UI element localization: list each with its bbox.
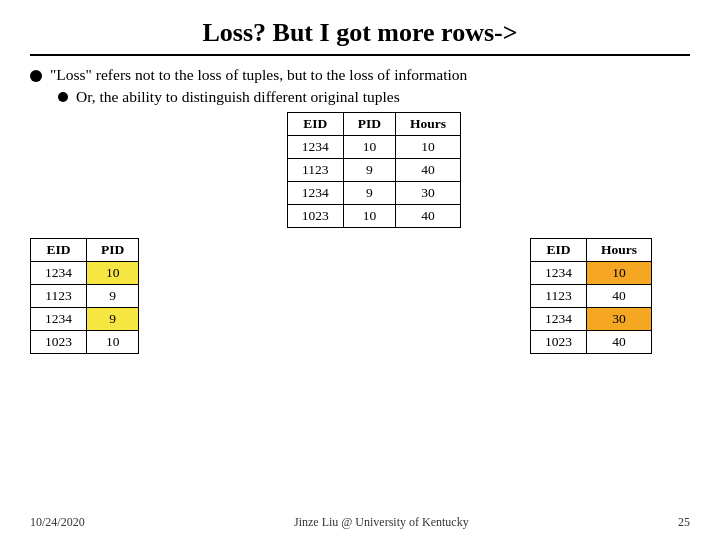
bullet-dot-sub: [58, 92, 68, 102]
main-bullet-text: "Loss" refers not to the loss of tuples,…: [50, 66, 467, 84]
bl-table-cell: 9: [87, 285, 139, 308]
arrow-line: [139, 273, 531, 319]
br-table-cell: 1234: [531, 308, 587, 331]
bl-table-cell: 1234: [31, 262, 87, 285]
top-table-cell: 30: [396, 182, 461, 205]
br-table-cell: 10: [587, 262, 652, 285]
bl-table-cell: 10: [87, 262, 139, 285]
bottom-section: EID PID 1234101123912349102310 EID: [30, 238, 690, 354]
sub-bullet: Or, the ability to distinguish different…: [58, 88, 690, 106]
bottom-left-table: EID PID 1234101123912349102310: [30, 238, 139, 354]
top-table-cell: 9: [343, 182, 395, 205]
footer-author: Jinze Liu @ University of Kentucky: [294, 515, 469, 530]
top-table-cell: 1234: [287, 182, 343, 205]
top-table-cell: 10: [343, 205, 395, 228]
top-table: EID PID Hours 12341010112394012349301023…: [287, 112, 461, 228]
bottom-right-table: EID Hours 123410112340123430102340: [530, 238, 652, 354]
bl-table-cell: 10: [87, 331, 139, 354]
top-table-cell: 9: [343, 159, 395, 182]
slide-title: Loss? But I got more rows->: [30, 18, 690, 56]
top-table-cell: 40: [396, 205, 461, 228]
br-header-hours: Hours: [587, 239, 652, 262]
bullet-dot-main: [30, 70, 42, 82]
bl-table-cell: 1234: [31, 308, 87, 331]
top-table-cell: 40: [396, 159, 461, 182]
footer-date: 10/24/2020: [30, 515, 85, 530]
bl-header-pid: PID: [87, 239, 139, 262]
sub-bullet-wrap: Or, the ability to distinguish different…: [58, 88, 690, 228]
br-table-cell: 40: [587, 331, 652, 354]
sub-bullet-text: Or, the ability to distinguish different…: [76, 88, 400, 106]
top-table-cell: 1023: [287, 205, 343, 228]
top-table-header-eid: EID: [287, 113, 343, 136]
footer: 10/24/2020 Jinze Liu @ University of Ken…: [30, 515, 690, 530]
bottom-left: EID PID 1234101123912349102310: [30, 238, 190, 354]
bl-table-cell: 9: [87, 308, 139, 331]
br-table-cell: 1023: [531, 331, 587, 354]
top-table-cell: 1234: [287, 136, 343, 159]
slide: Loss? But I got more rows-> "Loss" refer…: [0, 0, 720, 540]
br-table-cell: 40: [587, 285, 652, 308]
bl-table-cell: 1023: [31, 331, 87, 354]
bottom-right: EID Hours 123410112340123430102340: [530, 238, 690, 354]
top-table-header-pid: PID: [343, 113, 395, 136]
bl-header-eid: EID: [31, 239, 87, 262]
content-area: "Loss" refers not to the loss of tuples,…: [30, 66, 690, 354]
arrow-line: [139, 273, 531, 319]
br-table-cell: 30: [587, 308, 652, 331]
br-table-cell: 1234: [531, 262, 587, 285]
top-table-cell: 10: [343, 136, 395, 159]
top-table-header-hours: Hours: [396, 113, 461, 136]
top-table-wrap: EID PID Hours 12341010112394012349301023…: [58, 112, 690, 228]
br-header-eid: EID: [531, 239, 587, 262]
bl-table-cell: 1123: [31, 285, 87, 308]
top-table-cell: 1123: [287, 159, 343, 182]
br-table-cell: 1123: [531, 285, 587, 308]
main-bullet: "Loss" refers not to the loss of tuples,…: [30, 66, 690, 84]
footer-page: 25: [678, 515, 690, 530]
top-table-cell: 10: [396, 136, 461, 159]
